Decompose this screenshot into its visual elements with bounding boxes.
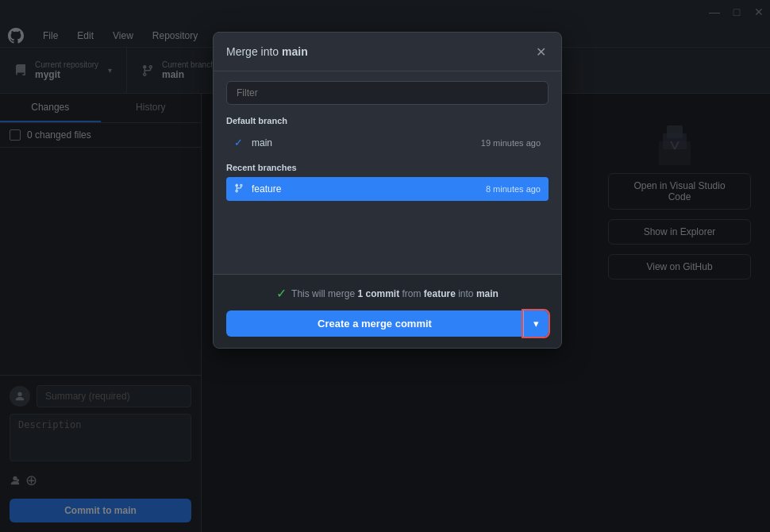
default-branch-label: Default branch bbox=[226, 116, 549, 125]
branch-time-feature: 8 minutes ago bbox=[486, 184, 541, 194]
merge-info: ✓ This will merge 1 commit from feature … bbox=[226, 286, 549, 301]
merge-check-icon: ✓ bbox=[276, 286, 287, 301]
merge-commit-row: Create a merge commit ▾ bbox=[226, 310, 549, 337]
branch-name-feature: feature bbox=[252, 183, 479, 195]
branch-time-main: 19 minutes ago bbox=[481, 138, 541, 148]
recent-branches-label: Recent branches bbox=[226, 163, 549, 172]
merge-dropdown-arrow-icon: ▾ bbox=[533, 318, 539, 330]
branch-name-main: main bbox=[252, 137, 475, 148]
modal-body: Default branch ✓ main 19 minutes ago Rec… bbox=[214, 71, 561, 274]
branch-item-main[interactable]: ✓ main 19 minutes ago bbox=[226, 130, 549, 155]
merge-modal: Merge into main ✕ Default branch ✓ main … bbox=[213, 32, 562, 349]
merge-info-text: This will merge 1 commit from feature in… bbox=[291, 288, 499, 299]
merge-dropdown-button[interactable]: ▾ bbox=[523, 310, 549, 337]
create-merge-commit-button[interactable]: Create a merge commit bbox=[226, 310, 523, 337]
branch-filter-input[interactable] bbox=[226, 81, 549, 105]
modal-footer: ✓ This will merge 1 commit from feature … bbox=[214, 274, 561, 348]
recent-branches-section: Recent branches feature 8 minutes ago bbox=[226, 163, 549, 201]
branch-item-feature[interactable]: feature 8 minutes ago bbox=[226, 177, 549, 201]
branch-fork-icon bbox=[234, 183, 245, 195]
modal-title: Merge into main bbox=[226, 45, 308, 58]
modal-close-button[interactable]: ✕ bbox=[533, 44, 549, 60]
modal-header: Merge into main ✕ bbox=[214, 33, 561, 71]
branch-check-icon: ✓ bbox=[234, 137, 245, 148]
modal-overlay: Merge into main ✕ Default branch ✓ main … bbox=[0, 0, 770, 532]
